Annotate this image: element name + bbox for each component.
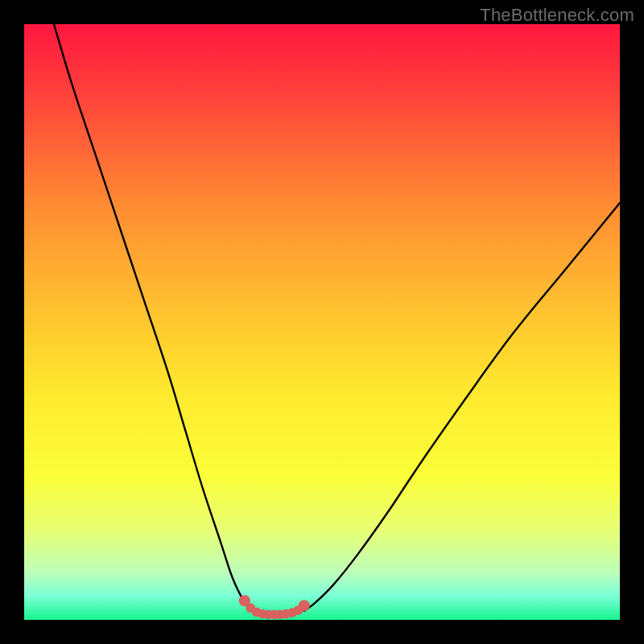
outer-frame: TheBottleneck.com [0, 0, 644, 644]
chart-svg [24, 24, 620, 620]
plot-area [24, 24, 620, 620]
series-group [54, 24, 620, 611]
watermark-text: TheBottleneck.com [480, 5, 634, 26]
curve-right-branch [304, 203, 620, 611]
marker-group [239, 595, 310, 619]
optimal-marker [299, 600, 310, 611]
curve-left-branch [54, 24, 254, 611]
